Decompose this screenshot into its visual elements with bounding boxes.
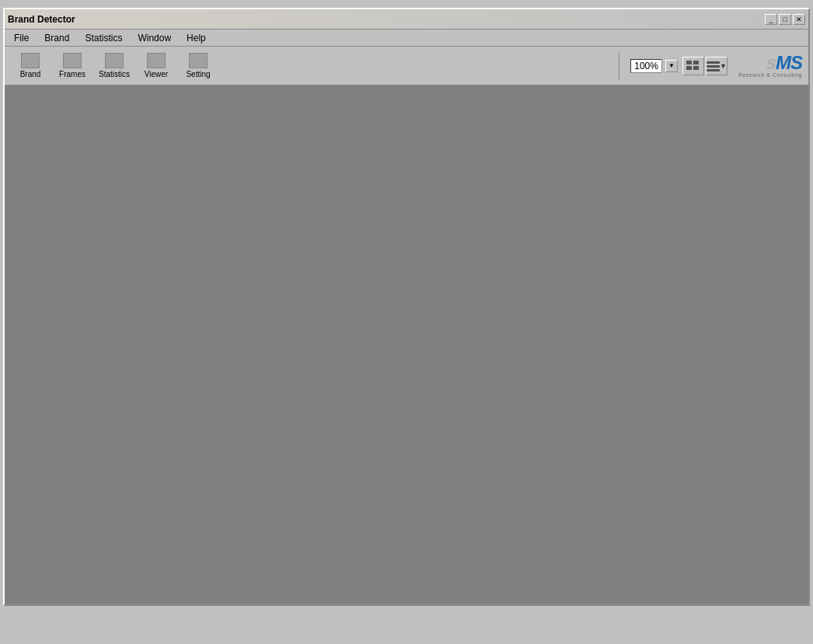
setting-button-label: Setting xyxy=(186,70,210,78)
list-view-button[interactable]: ▼ xyxy=(706,57,728,75)
maximize-button[interactable]: □ xyxy=(779,14,791,25)
window-title: Brand Detector xyxy=(8,14,75,25)
title-bar: Brand Detector _ □ ✕ xyxy=(5,9,808,30)
brand-button-label: Brand xyxy=(20,70,41,78)
toolbar: Brand Frames Statistics Viewer Setting 1… xyxy=(5,47,808,85)
statistics-button-label: Statistics xyxy=(99,70,130,78)
viewer-button-label: Viewer xyxy=(145,70,168,78)
menu-file[interactable]: File xyxy=(8,31,35,45)
view-buttons: ▼ xyxy=(682,57,728,75)
menu-window[interactable]: Window xyxy=(131,31,177,45)
window-controls: _ □ ✕ xyxy=(765,14,805,25)
close-button[interactable]: ✕ xyxy=(793,14,805,25)
grid-view-icon xyxy=(686,61,700,71)
frames-icon xyxy=(63,53,82,68)
toolbar-statistics-button[interactable]: Statistics xyxy=(95,49,134,83)
menu-statistics[interactable]: Statistics xyxy=(79,31,128,45)
brand-icon xyxy=(21,53,40,68)
content-area xyxy=(5,85,808,604)
list-view-icon xyxy=(707,61,720,71)
svg-rect-2 xyxy=(707,69,720,71)
setting-icon xyxy=(189,53,208,68)
zoom-dropdown-button[interactable]: ▼ xyxy=(665,60,678,72)
grid-view-button[interactable] xyxy=(682,57,704,75)
menu-help[interactable]: Help xyxy=(180,31,212,45)
toolbar-frames-button[interactable]: Frames xyxy=(53,49,92,83)
logo-s: s xyxy=(766,52,776,73)
minimize-button[interactable]: _ xyxy=(765,14,777,25)
zoom-control: 100% ▼ xyxy=(630,59,678,73)
frames-button-label: Frames xyxy=(59,70,85,78)
sms-logo: sMS Research & Consulting xyxy=(738,54,802,78)
zoom-value: 100% xyxy=(630,59,662,73)
viewer-icon xyxy=(147,53,166,68)
toolbar-brand-button[interactable]: Brand xyxy=(11,49,50,83)
statistics-icon xyxy=(105,53,124,68)
toolbar-viewer-button[interactable]: Viewer xyxy=(137,49,176,83)
svg-rect-0 xyxy=(707,61,720,64)
menu-bar: File Brand Statistics Window Help xyxy=(5,30,808,47)
main-window: Brand Detector _ □ ✕ File Brand Statisti… xyxy=(3,8,810,606)
logo-ms: MS xyxy=(776,52,802,73)
toolbar-right: 100% ▼ xyxy=(612,52,802,80)
toolbar-setting-button[interactable]: Setting xyxy=(179,49,218,83)
logo-tagline: Research & Consulting xyxy=(738,72,802,78)
svg-rect-1 xyxy=(707,65,720,68)
menu-brand[interactable]: Brand xyxy=(38,31,75,45)
toolbar-separator xyxy=(619,52,619,80)
